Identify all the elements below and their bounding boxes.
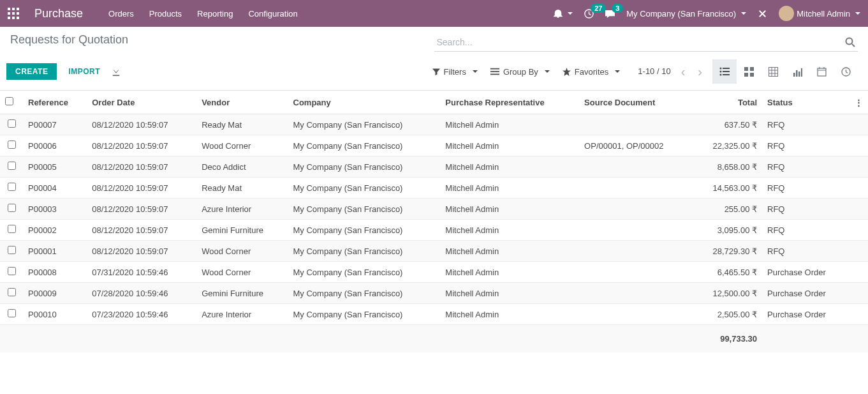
col-source[interactable]: Source Document	[579, 91, 693, 114]
svg-rect-24	[798, 72, 800, 77]
col-vendor[interactable]: Vendor	[196, 91, 288, 114]
cell-rep: Mitchell Admin	[440, 262, 579, 283]
table-row[interactable]: P0000208/12/2020 10:59:07Gemini Furnitur…	[0, 220, 868, 241]
col-total[interactable]: Total	[693, 91, 762, 114]
notifications-icon[interactable]	[554, 9, 573, 18]
row-checkbox[interactable]	[8, 119, 16, 128]
groupby-label: Group By	[503, 67, 538, 77]
cell-vendor: Wood Corner	[196, 262, 288, 283]
table-row[interactable]: P0001007/23/2020 10:59:46Azure InteriorM…	[0, 304, 868, 325]
table-row[interactable]: P0000708/12/2020 10:59:07Ready MatMy Com…	[0, 114, 868, 135]
messages-icon[interactable]: 3	[605, 9, 615, 19]
activities-icon[interactable]: 27	[584, 9, 594, 19]
table-row[interactable]: P0000608/12/2020 10:59:07Wood CornerMy C…	[0, 135, 868, 156]
table-row[interactable]: P0000108/12/2020 10:59:07Wood CornerMy C…	[0, 241, 868, 262]
pager-range[interactable]: 1-10 / 10	[638, 66, 670, 77]
footer-total: 99,733.30	[693, 325, 762, 353]
star-icon	[563, 68, 571, 76]
col-reference[interactable]: Reference	[23, 91, 87, 114]
row-checkbox[interactable]	[8, 288, 16, 296]
pager-prev[interactable]: ‹	[679, 62, 688, 82]
menu-configuration[interactable]: Configuration	[248, 9, 297, 19]
view-list[interactable]	[712, 59, 737, 84]
app-brand[interactable]: Purchase	[34, 7, 83, 20]
cell-reference: P00008	[23, 262, 87, 283]
row-checkbox[interactable]	[8, 309, 16, 317]
table-row[interactable]: P0000308/12/2020 10:59:07Azure InteriorM…	[0, 199, 868, 220]
svg-point-10	[846, 38, 853, 45]
cell-source	[579, 220, 693, 241]
row-checkbox[interactable]	[8, 162, 16, 170]
cell-reference: P00007	[23, 114, 87, 135]
col-status[interactable]: Status	[762, 91, 850, 114]
debug-icon[interactable]	[758, 9, 767, 19]
select-all-checkbox[interactable]	[5, 97, 13, 105]
systray: 27 3 My Company (San Francisco) Mitchell…	[554, 6, 860, 21]
svg-rect-7	[12, 17, 15, 19]
row-checkbox[interactable]	[8, 140, 16, 149]
view-calendar[interactable]	[809, 59, 834, 84]
row-checkbox[interactable]	[8, 267, 16, 275]
cell-total: 14,563.00 ₹	[693, 178, 762, 199]
cell-status: RFQ	[762, 241, 850, 262]
cell-rep: Mitchell Admin	[440, 304, 579, 325]
table-row[interactable]: P0000907/28/2020 10:59:46Gemini Furnitur…	[0, 283, 868, 304]
col-rep[interactable]: Purchase Representative	[440, 91, 579, 114]
apps-icon[interactable]	[8, 8, 19, 19]
col-order-date[interactable]: Order Date	[87, 91, 196, 114]
table-row[interactable]: P0000408/12/2020 10:59:07Ready MatMy Com…	[0, 178, 868, 199]
view-activity[interactable]	[834, 59, 858, 84]
cell-company: My Company (San Francisco)	[288, 135, 441, 156]
cell-source	[579, 199, 693, 220]
col-company[interactable]: Company	[288, 91, 441, 114]
view-pivot[interactable]	[761, 59, 785, 84]
control-panel: Requests for Quotation CREATE IMPORT Fil…	[0, 27, 868, 91]
menu-reporting[interactable]: Reporting	[197, 9, 233, 19]
view-graph[interactable]	[785, 59, 809, 84]
cell-total: 28,729.30 ₹	[693, 241, 762, 262]
search-icon[interactable]	[845, 37, 855, 47]
view-kanban[interactable]	[737, 59, 761, 84]
row-checkbox[interactable]	[8, 204, 16, 212]
row-checkbox[interactable]	[8, 183, 16, 191]
cell-order-date: 08/12/2020 10:59:07	[87, 241, 196, 262]
svg-rect-14	[723, 71, 730, 72]
menu-products[interactable]: Products	[149, 9, 182, 19]
kanban-icon	[744, 67, 754, 77]
cell-total: 8,658.00 ₹	[693, 156, 762, 178]
cell-rep: Mitchell Admin	[440, 156, 579, 178]
favorites-dropdown[interactable]: Favorites	[563, 67, 620, 77]
cell-total: 6,465.50 ₹	[693, 262, 762, 283]
import-button[interactable]: IMPORT	[68, 67, 100, 76]
cell-rep: Mitchell Admin	[440, 135, 579, 156]
create-button[interactable]: CREATE	[6, 63, 57, 80]
filters-dropdown[interactable]: Filters	[432, 67, 478, 77]
cell-source	[579, 283, 693, 304]
svg-rect-18	[750, 67, 754, 71]
cell-rep: Mitchell Admin	[440, 241, 579, 262]
table-row[interactable]: P0000508/12/2020 10:59:07Deco AddictMy C…	[0, 156, 868, 178]
cell-status: Purchase Order	[762, 283, 850, 304]
table-row[interactable]: P0000807/31/2020 10:59:46Wood CornerMy C…	[0, 262, 868, 283]
row-checkbox[interactable]	[8, 246, 16, 254]
user-menu[interactable]: Mitchell Admin	[779, 6, 860, 21]
download-icon[interactable]	[112, 67, 121, 76]
cell-status: RFQ	[762, 220, 850, 241]
svg-rect-20	[750, 73, 754, 77]
menu-orders[interactable]: Orders	[108, 9, 134, 19]
svg-rect-23	[796, 70, 798, 77]
groupby-dropdown[interactable]: Group By	[490, 67, 550, 77]
cell-vendor: Ready Mat	[196, 114, 288, 135]
col-options[interactable]: ⋮	[850, 91, 868, 114]
cell-order-date: 07/28/2020 10:59:46	[87, 283, 196, 304]
search-input[interactable]	[434, 33, 858, 51]
company-switcher[interactable]: My Company (San Francisco)	[626, 9, 746, 19]
cell-total: 12,500.00 ₹	[693, 283, 762, 304]
pager-next[interactable]: ›	[695, 62, 705, 82]
cell-reference: P00004	[23, 178, 87, 199]
cell-order-date: 08/12/2020 10:59:07	[87, 156, 196, 178]
cell-company: My Company (San Francisco)	[288, 283, 441, 304]
row-checkbox[interactable]	[8, 225, 16, 233]
pager: 1-10 / 10 ‹ ›	[638, 62, 705, 82]
search-area	[434, 33, 858, 52]
